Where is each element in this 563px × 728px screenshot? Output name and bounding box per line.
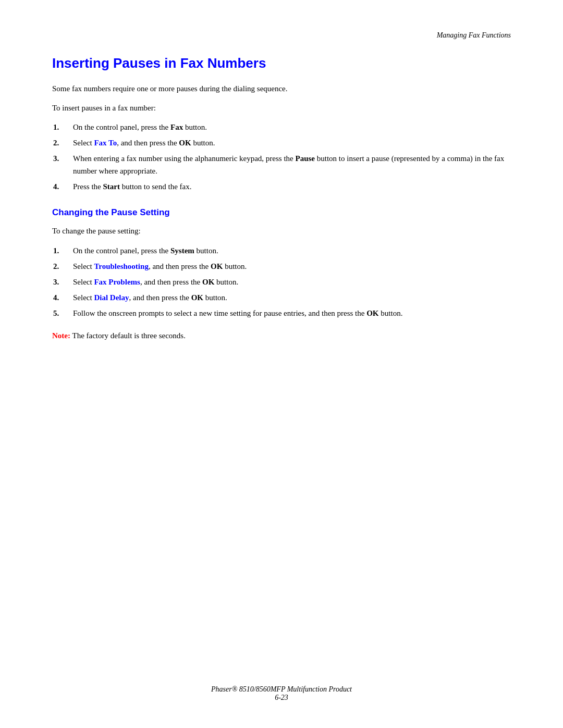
bold-text: OK [191, 293, 203, 302]
step-text: Press the Start button to send the fax. [73, 182, 191, 191]
step-number: 5. [53, 307, 59, 319]
footer-line1: Phaser® 8510/8560MFP Multifunction Produ… [0, 685, 563, 694]
list-item: 4. Press the Start button to send the fa… [68, 180, 511, 193]
step-text: Select Fax To, and then press the OK but… [73, 139, 215, 147]
list-item: 1. On the control panel, press the Fax b… [68, 121, 511, 133]
section1-steps: 1. On the control panel, press the Fax b… [68, 121, 511, 193]
step-number: 3. [53, 152, 59, 165]
list-item: 5. Follow the onscreen prompts to select… [68, 307, 511, 319]
step-number: 4. [53, 291, 59, 304]
bold-text: OK [211, 262, 223, 270]
section2-steps: 1. On the control panel, press the Syste… [68, 244, 511, 319]
bold-text: OK [179, 139, 191, 147]
step-number: 2. [53, 260, 59, 273]
step-text: Follow the onscreen prompts to select a … [73, 309, 402, 317]
step-number: 2. [53, 137, 59, 149]
section2-title: Changing the Pause Setting [52, 207, 511, 218]
list-item: 3. Select Fax Problems, and then press t… [68, 276, 511, 288]
step-number: 1. [53, 121, 59, 133]
step-text: On the control panel, press the Fax butt… [73, 123, 207, 131]
step-number: 1. [53, 244, 59, 257]
link-text: Troubleshooting [94, 262, 148, 270]
step-text: When entering a fax number using the alp… [73, 154, 504, 175]
list-item: 1. On the control panel, press the Syste… [68, 244, 511, 257]
bold-text: Fax [170, 123, 183, 131]
list-item: 3. When entering a fax number using the … [68, 152, 511, 177]
step-text: Select Dial Delay, and then press the OK… [73, 293, 227, 302]
bold-text: System [170, 246, 194, 255]
bold-text: OK [202, 278, 214, 286]
section2-intro: To change the pause setting: [52, 225, 511, 237]
link-text: Fax Problems [94, 278, 140, 286]
list-item: 4. Select Dial Delay, and then press the… [68, 291, 511, 304]
link-text: Fax To [94, 139, 117, 147]
note-block: Note: The factory default is three secon… [52, 330, 511, 342]
chapter-title: Managing Fax Functions [437, 31, 511, 39]
step-number: 4. [53, 180, 59, 193]
list-item: 2. Select Fax To, and then press the OK … [68, 137, 511, 149]
note-label: Note: [52, 331, 70, 340]
bold-text: Start [103, 182, 120, 191]
intro-paragraph: Some fax numbers require one or more pau… [52, 83, 511, 95]
bold-text: Pause [296, 154, 315, 163]
link-text: Dial Delay [94, 293, 129, 302]
step-text: Select Troubleshooting, and then press t… [73, 262, 247, 270]
step-number: 3. [53, 276, 59, 288]
note-text: The factory default is three seconds. [70, 331, 186, 340]
bold-text: OK [366, 309, 378, 317]
section1-intro: To insert pauses in a fax number: [52, 102, 511, 114]
page-title: Inserting Pauses in Fax Numbers [52, 55, 511, 71]
footer-line2: 6-23 [0, 694, 563, 702]
chapter-header: Managing Fax Functions [52, 31, 511, 40]
step-text: On the control panel, press the System b… [73, 246, 218, 255]
page: Managing Fax Functions Inserting Pauses … [0, 0, 563, 728]
step-text: Select Fax Problems, and then press the … [73, 278, 238, 286]
list-item: 2. Select Troubleshooting, and then pres… [68, 260, 511, 273]
page-footer: Phaser® 8510/8560MFP Multifunction Produ… [0, 685, 563, 702]
